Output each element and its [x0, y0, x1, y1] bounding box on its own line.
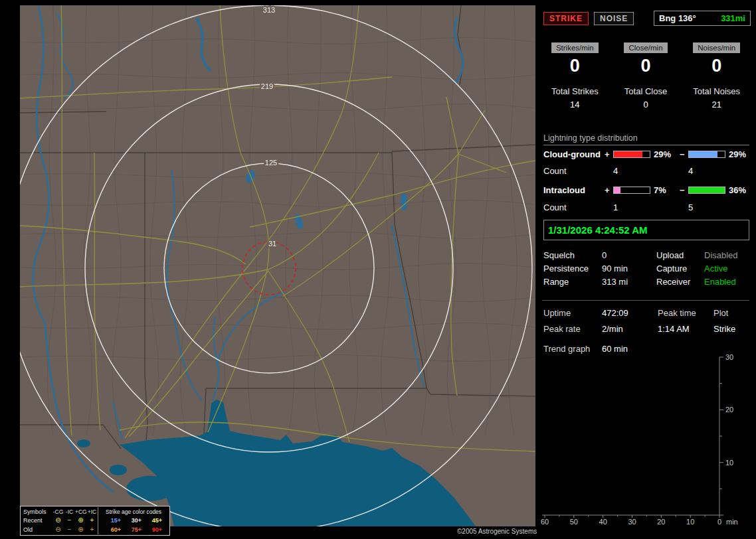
pos-cg-recent-icon: ⊕ [75, 517, 86, 524]
ring-label-31: 31 [268, 240, 276, 248]
stats-row-2: Peak rate 2/min 1:14 AM Strike [543, 323, 752, 335]
intracloud-count-row: Count 1 5 [543, 202, 752, 212]
neg-cg-bar [688, 151, 725, 158]
plot-label: Plot [713, 308, 752, 318]
upload-label: Upload [656, 250, 704, 260]
squelch-value: 0 [602, 250, 656, 260]
neg-ic-bar [688, 187, 725, 194]
pos-ic-old-icon: + [86, 526, 98, 533]
total-strikes-value: 14 [539, 100, 611, 110]
pos-ic-percent: 7% [652, 185, 680, 195]
total-close-label: Total Close [611, 86, 682, 96]
bearing-range: 331mi [721, 13, 745, 23]
totals-row: Total Strikes 14 Total Close 0 Total Noi… [539, 86, 752, 110]
legend-divider [98, 507, 106, 516]
range-value: 313 mi [602, 277, 656, 287]
plot-value: Strike [713, 324, 752, 334]
range-label: Range [543, 277, 602, 287]
status-panel: STRIKE NOISE Bng 136° 331mi Strikes/min … [539, 5, 752, 536]
capture-status: Active [704, 264, 752, 273]
count-label: Count [543, 166, 605, 176]
strike-mode-button[interactable]: STRIKE [543, 12, 589, 25]
uptime-label: Uptime [543, 308, 602, 318]
peak-time-value: 1:14 AM [658, 324, 713, 334]
noises-per-min-value: 0 [711, 56, 721, 76]
settings-row-2: Persistence 90 min Capture Active [543, 262, 752, 274]
pos-cg-percent: 29% [652, 149, 680, 159]
intracloud-label: Intracloud [543, 185, 605, 195]
strikes-per-min-value: 0 [570, 56, 580, 76]
ring-label-219: 219 [261, 82, 273, 90]
mode-toolbar: STRIKE NOISE Bng 136° 331mi [543, 11, 751, 26]
total-noises-value: 21 [681, 100, 752, 110]
legend-divider [98, 525, 106, 534]
neg-ic-recent-icon: − [64, 517, 75, 524]
x-tick-40: 40 [599, 518, 607, 526]
intracloud-row: Intracloud + 7% − 36% [543, 185, 752, 195]
pos-ic-count: 1 [613, 202, 652, 212]
persistence-value: 90 min [602, 264, 656, 273]
age-90: 90+ [147, 526, 167, 533]
noises-per-min-button[interactable]: Noises/min [693, 42, 740, 53]
x-tick-30: 30 [628, 518, 636, 526]
age-15: 15+ [106, 517, 126, 524]
legend-recent-label: Recent [22, 517, 52, 524]
noise-mode-button[interactable]: NOISE [594, 12, 634, 25]
plus-sign: + [605, 185, 613, 195]
peak-time-label: Peak time [658, 308, 713, 318]
bearing-label: Bng 136° [659, 13, 696, 23]
receiver-status: Enabled [704, 277, 752, 287]
symbols-legend: Symbols -CG -IC +CG +IC Strike age color… [20, 506, 170, 536]
settings-row-3: Range 313 mi Receiver Enabled [543, 275, 752, 287]
datetime-display: 1/31/2026 4:24:52 AM [543, 220, 749, 240]
uptime-value: 472:09 [602, 308, 658, 318]
cloud-ground-label: Cloud-ground [543, 149, 605, 159]
stats-row-1: Uptime 472:09 Peak time Plot [543, 307, 752, 319]
minus-sign: − [680, 185, 688, 195]
total-close-value: 0 [611, 100, 682, 110]
map-svg: 313 219 125 31 [20, 5, 535, 526]
section-divider [542, 300, 749, 301]
pos-cg-old-icon: ⊕ [75, 526, 86, 533]
x-tick-20: 20 [657, 518, 665, 526]
neg-ic-count: 5 [688, 202, 727, 212]
legend-col-pos-cg: +CG [75, 508, 86, 515]
receiver-label: Receiver [656, 277, 704, 287]
pos-ic-bar [613, 187, 650, 194]
count-label: Count [543, 202, 605, 212]
trend-graph-value: 60 min [602, 344, 658, 354]
close-per-min-value: 0 [640, 56, 650, 76]
age-60: 60+ [106, 526, 126, 533]
legend-symbols-header: Symbols [22, 508, 52, 515]
minus-sign: − [680, 149, 688, 159]
legend-col-neg-ic: -IC [64, 508, 75, 515]
strikes-per-min-button[interactable]: Strikes/min [551, 42, 599, 53]
pos-cg-count: 4 [613, 166, 652, 176]
persistence-label: Persistence [543, 264, 602, 273]
pos-ic-recent-icon: + [86, 517, 98, 524]
close-per-min-button[interactable]: Close/min [624, 42, 667, 53]
legend-old-label: Old [22, 526, 52, 533]
ring-label-313: 313 [263, 6, 275, 14]
neg-cg-recent-icon: ⊖ [52, 517, 64, 524]
bearing-readout: Bng 136° 331mi [654, 11, 751, 26]
y-tick-10: 10 [725, 459, 733, 467]
x-tick-0: 0 [717, 518, 721, 526]
trend-graph-label: Trend graph [543, 344, 602, 354]
x-tick-60: 60 [541, 518, 549, 526]
pos-cg-bar [613, 151, 650, 158]
distribution-title: Lightning type distribution [543, 133, 749, 145]
total-strikes-label: Total Strikes [539, 86, 611, 96]
neg-ic-old-icon: − [64, 526, 75, 533]
x-tick-10: 10 [686, 518, 694, 526]
x-tick-50: 50 [570, 518, 578, 526]
rate-values: 0 0 0 [539, 56, 752, 76]
peak-rate-label: Peak rate [543, 324, 602, 334]
lightning-map[interactable]: 313 219 125 31 [20, 5, 535, 526]
squelch-label: Squelch [543, 250, 602, 260]
plus-sign: + [605, 149, 613, 159]
trend-graph: 30 20 10 60 50 40 30 20 10 0 min [539, 353, 739, 534]
legend-age-header: Strike age color codes [106, 508, 167, 515]
cloud-ground-count-row: Count 4 4 [543, 165, 752, 176]
cloud-ground-row: Cloud-ground + 29% − 29% [543, 149, 752, 159]
